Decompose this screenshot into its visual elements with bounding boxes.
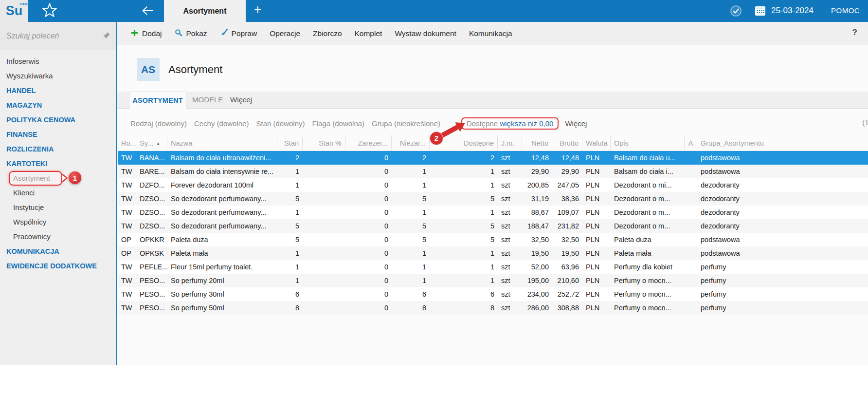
table-row[interactable]: OPOPKSKPaleta mała1011szt19,5019,50PLNPa… [118, 246, 868, 260]
column-header-sy[interactable]: Sy...▲ [136, 135, 167, 151]
sidebar-item-handel[interactable]: HANDEL [0, 83, 116, 98]
tab-modele[interactable]: MODELE [192, 92, 223, 109]
cell-stan: 1 [277, 178, 303, 192]
cell-sy: BANA... [136, 151, 167, 165]
cell-opis: Dezodorant o m... [611, 192, 685, 206]
sidebar-item-infoserwis[interactable]: Infoserwis [0, 54, 116, 69]
column-header-jm[interactable]: J.m. [498, 135, 522, 151]
cell-grupa: dezodoranty [697, 192, 863, 206]
cell-opis: Balsam do ciała u... [611, 151, 685, 165]
sidebar-item-ewidencje-dodatkowe[interactable]: EWIDENCJE DODATKOWE [0, 259, 116, 273]
sidebar-item-komunikacja[interactable]: KOMUNIKACJA [0, 244, 116, 259]
help-menu[interactable]: POMOC [831, 6, 860, 15]
table-row[interactable]: TWPEFLE...Fleur 15ml perfumy toalet.1011… [118, 260, 868, 274]
sidebar-item-kartoteki[interactable]: KARTOTEKI [0, 156, 116, 171]
column-header-stan_pct[interactable]: Stan % [303, 135, 345, 151]
toolbar-button-komunikacja[interactable]: Komunikacja [469, 29, 512, 38]
calendar-icon[interactable] [755, 6, 766, 18]
table-row[interactable]: TWPESO...So perfumy 30ml6066szt234,00252… [118, 287, 868, 301]
filter-dostepne-highlighted[interactable]: Dostępne większa niż 0,00 [461, 117, 559, 130]
sidebar-item-wspolnicy[interactable]: Wspólnicy [0, 215, 116, 229]
toolbar-button-pokaz[interactable]: Pokaż [175, 29, 207, 38]
cell-grupa: podstawowa [697, 165, 863, 178]
column-header-dostepne[interactable]: Dostępne [430, 135, 498, 151]
filter-rodzaj[interactable]: Rodzaj (dowolny) [130, 119, 187, 128]
favorites-star-icon[interactable] [42, 3, 57, 20]
cell-zarezerwowano: 0 [345, 274, 392, 287]
column-header-netto[interactable]: Netto [522, 135, 552, 151]
cell-sy: PESO... [136, 274, 167, 287]
toolbar-button-operacje[interactable]: Operacje [270, 29, 300, 38]
table-row[interactable]: TWDZSO...So dezodorant perfumowany...505… [118, 219, 868, 233]
column-header-nazwa[interactable]: Nazwa [167, 135, 277, 151]
cell-brutto: 252,72 [552, 287, 582, 301]
sidebar-item-wyszukiwarka[interactable]: Wyszukiwarka [0, 69, 116, 83]
sidebar-item-pracownicy[interactable]: Pracownicy [0, 229, 116, 244]
column-header-opis[interactable]: Opis [611, 135, 685, 151]
cell-nazwa: So perfumy 50ml [167, 301, 277, 315]
tab-wiecej[interactable]: Więcej [230, 92, 252, 109]
toolbar-button-popraw[interactable]: Popraw [220, 29, 257, 38]
pin-icon[interactable] [102, 32, 110, 42]
column-header-waluta[interactable]: Waluta [582, 135, 611, 151]
sidebar-item-klienci[interactable]: Klienci [0, 186, 116, 200]
cell-stan_pct [303, 219, 345, 233]
new-tab-plus-icon[interactable]: + [254, 2, 261, 17]
cell-a [685, 206, 697, 219]
current-date[interactable]: 25-03-2024 [771, 6, 814, 16]
filter-stan[interactable]: Stan (dowolny) [256, 119, 305, 128]
column-header-stan[interactable]: Stan [277, 135, 303, 151]
cell-nazwa: Forever dezodorant 100ml [167, 178, 277, 192]
column-header-a[interactable]: A [685, 135, 697, 151]
cell-grupa: perfumy [697, 301, 863, 315]
tab-asortyment[interactable]: ASORTYMENT [129, 92, 186, 109]
cell-grupa: podstawowa [697, 233, 863, 246]
cell-brutto: 109,07 [552, 206, 582, 219]
cell-stan: 5 [277, 192, 303, 206]
table-row[interactable]: TWPESO...So perfumy 50ml8088szt286,00308… [118, 301, 868, 315]
command-search-input[interactable] [6, 29, 96, 43]
cell-nazwa: So dezodorant perfumowany... [167, 219, 277, 233]
toolbar-button-wystaw-dokument[interactable]: Wystaw dokument [395, 29, 456, 38]
table-row[interactable]: TWPESO...So perfumy 20ml1011szt195,00210… [118, 274, 868, 287]
filter-grupa[interactable]: Grupa (nieokreślone) [372, 119, 440, 128]
cell-sy: PESO... [136, 287, 167, 301]
sidebar-item-magazyn[interactable]: MAGAZYN [0, 98, 116, 113]
column-header-niezarezerwowano[interactable]: Niezar... [392, 135, 430, 151]
sidebar-item-asortyment[interactable]: Asortyment [0, 171, 116, 186]
sidebar-item-finanse[interactable]: FINANSE [0, 127, 116, 142]
sidebar-item-instytucje[interactable]: Instytucje [0, 200, 116, 215]
column-header-grupa[interactable]: Grupa_Asortymentu [697, 135, 863, 151]
cell-ro: TW [118, 192, 136, 206]
toolbar-button-dodaj[interactable]: Dodaj [131, 29, 162, 38]
table-row[interactable]: TWBANA...Balsam do ciała ultranawilżeni.… [118, 151, 868, 165]
table-row[interactable]: TWBARE...Balsam do ciała intensywnie re.… [118, 165, 868, 178]
column-header-zarezerwowano[interactable]: Zarezer... [345, 135, 392, 151]
toolbar-button-komplet[interactable]: Komplet [355, 29, 382, 38]
filter-cechy[interactable]: Cechy (dowolne) [194, 119, 249, 128]
sidebar-item-rozliczenia[interactable]: ROZLICZENIA [0, 142, 116, 156]
cell-ro: TW [118, 274, 136, 287]
table-row[interactable]: TWDZFO...Forever dezodorant 100ml1011szt… [118, 178, 868, 192]
column-header-ro[interactable]: Ro... [118, 135, 136, 151]
filter-more[interactable]: Więcej [565, 119, 587, 128]
cell-waluta: PLN [582, 260, 611, 274]
filter-flaga[interactable]: Flaga (dowolna) [312, 119, 365, 128]
table-row[interactable]: TWDZSO...So dezodorant perfumowany...505… [118, 192, 868, 206]
table-row[interactable]: TWDZSO...So dezodorant perfumowany...101… [118, 206, 868, 219]
cell-stan: 5 [277, 219, 303, 233]
status-check-icon[interactable] [730, 5, 742, 19]
app-logo[interactable]: SuPRO [0, 0, 28, 22]
cell-brutto: 231,82 [552, 219, 582, 233]
window-tab-asortyment[interactable]: Asortyment [164, 0, 246, 22]
cell-opis: Perfumy o mocn... [611, 274, 685, 287]
help-icon[interactable]: ? [852, 28, 857, 38]
cell-waluta: PLN [582, 274, 611, 287]
table-row[interactable]: OPOPKKRPaleta duża5055szt32,5032,50PLNPa… [118, 233, 868, 246]
toolbar-button-zbiorczo[interactable]: Zbiorczo [313, 29, 342, 38]
sidebar-item-polityka-cenowa[interactable]: POLITYKA CENOWA [0, 113, 116, 127]
page-header: AS Asortyment [137, 58, 222, 81]
back-arrow-icon[interactable] [140, 5, 155, 18]
cell-niezarezerwowano: 8 [392, 301, 430, 315]
column-header-brutto[interactable]: Brutto [552, 135, 582, 151]
